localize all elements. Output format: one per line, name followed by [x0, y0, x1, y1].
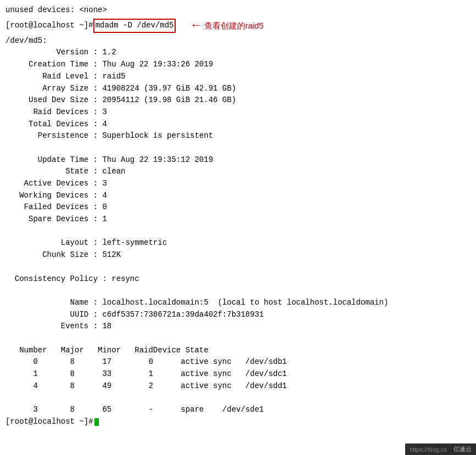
- line-empty-5: [5, 333, 471, 345]
- line-empty-1: [5, 142, 471, 154]
- line-total-devices: Total Devices : 4: [5, 119, 471, 131]
- line-layout: Layout : left-symmetric: [5, 237, 471, 249]
- line-row-sdb1: 0 8 17 0 active sync /dev/sdb1: [5, 356, 471, 368]
- line-active-devices: Active Devices : 3: [5, 178, 471, 190]
- line-unused-devices: unused devices: <none>: [5, 4, 471, 16]
- line-raid-devices: Raid Devices : 3: [5, 106, 471, 119]
- annotation-text: 查看创建的raid5: [204, 19, 264, 32]
- line-working-devices: Working Devices : 4: [5, 190, 471, 202]
- line-failed-devices: Failed Devices : 0: [5, 201, 471, 214]
- line-empty-3: [5, 261, 471, 273]
- line-version: Version : 1.2: [5, 47, 471, 59]
- line-persistence: Persistence : Superblock is persistent: [5, 130, 471, 142]
- brand-label: 亿速云: [453, 445, 472, 453]
- line-name: Name : localhost.localdomain:5 (local to…: [5, 297, 471, 309]
- line-state: State : clean: [5, 166, 471, 178]
- cursor-block: [94, 418, 99, 426]
- terminal-window: unused devices: <none> [root@localhost ~…: [0, 0, 476, 455]
- line-row-sdd1: 4 8 49 2 active sync /dev/sdd1: [5, 380, 471, 392]
- line-spare-devices: Spare Devices : 1: [5, 214, 471, 226]
- line-array-size: Array Size : 41908224 (39.97 GiB 42.91 G…: [5, 83, 471, 95]
- final-prompt-line: [root@localhost ~]#: [5, 416, 471, 428]
- line-update-time: Update Time : Thu Aug 22 19:35:12 2019: [5, 154, 471, 166]
- line-used-dev-size: Used Dev Size : 20954112 (19.98 GiB 21.4…: [5, 94, 471, 106]
- line-dev-md5: /dev/md5:: [5, 35, 471, 47]
- command-box: mdadm -D /dev/md5: [93, 19, 176, 33]
- line-table-header: Number Major Minor RaidDevice State: [5, 345, 471, 357]
- line-empty-6: [5, 392, 471, 404]
- url-watermark: https://blog.cs: [410, 446, 447, 453]
- line-creation-time: Creation Time : Thu Aug 22 19:33:26 2019: [5, 59, 471, 71]
- line-uuid: UUID : c6df5357:7386721a:39da402f:7b3189…: [5, 309, 471, 321]
- line-empty-2: [5, 226, 471, 238]
- final-prompt-text: [root@localhost ~]#: [5, 416, 93, 428]
- arrow-icon: ←: [192, 16, 199, 35]
- line-empty-4: [5, 285, 471, 297]
- bottom-bar: https://blog.cs 亿速云: [405, 443, 476, 455]
- line-raid-level: Raid Level : raid5: [5, 71, 471, 83]
- line-row-spare: 3 8 65 - spare /dev/sde1: [5, 404, 471, 416]
- line-chunk-size: Chunk Size : 512K: [5, 249, 471, 261]
- prompt-line-command: [root@localhost ~]# mdadm -D /dev/md5 ← …: [5, 16, 471, 35]
- line-events: Events : 18: [5, 321, 471, 333]
- prompt-text: [root@localhost ~]#: [5, 20, 93, 32]
- line-consistency-policy: Consistency Policy : resync: [5, 273, 471, 285]
- line-row-sdc1: 1 8 33 1 active sync /dev/sdc1: [5, 368, 471, 380]
